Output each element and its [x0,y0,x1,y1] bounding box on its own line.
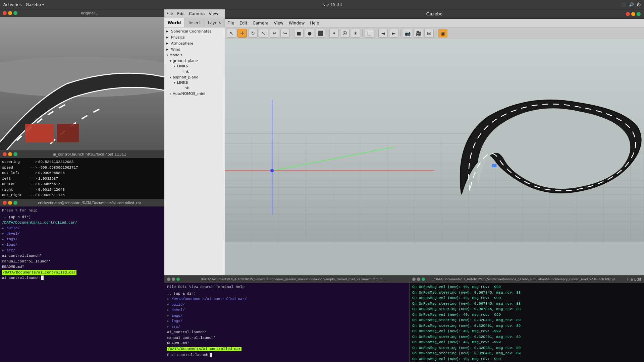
bl-cmd: ai_control.launch [171,352,208,358]
gz-close-btn[interactable] [626,12,630,16]
gz-edit-menu[interactable]: Edit [239,21,247,25]
gz-camera-menu[interactable]: Camera [253,21,268,25]
tree-physics-label: Physics [171,35,185,40]
bl-dot1 [167,278,170,281]
tool-cursor[interactable]: ↖ [227,29,236,38]
bl-dir: /DATA/Documents/ai_controlled_car/ [171,297,247,301]
gz-menu-camera[interactable]: Camera [189,11,205,16]
br-menu-file[interactable]: File [627,277,633,282]
br-menu-edit[interactable]: Edit [634,277,641,282]
tree-spherical[interactable]: ▸ Spherical Coordinates [164,28,225,34]
terminal1-row: right-->0.0012412043 [2,187,162,193]
gz-help-menu[interactable]: Help [310,21,319,25]
gz-min-btn[interactable] [631,12,635,16]
camera-min-btn[interactable] [8,11,12,15]
tree-ground-plane[interactable]: ▾ ground_plane [164,58,225,64]
t1-close-btn[interactable] [3,152,7,156]
tool-rotate[interactable]: ↻ [248,29,258,38]
t1-min-btn[interactable] [8,152,12,156]
bl-file: .. (up a dir) [167,292,196,296]
tool-redo[interactable]: ↪ [280,29,290,38]
tool-screenshot[interactable]: 📷 [403,29,412,38]
t2-arrow-icon: ▸ [2,237,6,241]
tool-orange[interactable]: ▣ [438,29,447,38]
terminal1-body[interactable]: steering-->89.5243102312088speed-->-999.… [0,158,164,199]
bottom-right-body[interactable]: On OnRosMsg_vel (new): 40, msg_rcv: -999… [410,283,644,362]
t1-key: out_right [2,192,29,198]
tool-move[interactable]: ✛ [237,29,247,38]
terminal1-row: out_left-->0.0006965846 [2,170,162,176]
tree-ground-label: ground_plane [173,59,198,63]
tree-physics[interactable]: ▸ Physics [164,34,225,40]
gz-view-menu[interactable]: View [274,21,283,25]
gz-menu-view[interactable]: View [209,11,218,16]
t2-max-btn[interactable] [13,201,17,205]
tool-layers2[interactable]: ⊞ [424,29,434,38]
gazebo-menu-button[interactable]: Gazebo ▾ [26,2,44,7]
tree-ground-links[interactable]: ▾ LINKS [164,64,225,69]
tree-models[interactable]: ▾ Models [164,52,225,58]
tool-select-box[interactable]: ⬚ [365,29,374,38]
tree-asphalt-link[interactable]: link [164,85,225,91]
br-ros-line: On OnRosMsg_steering (new): 0.067845, ms… [412,301,641,307]
t2-highlighted-path: /DATA/Documents/ai_controlled_car [2,270,162,276]
camera-win-controls [3,11,17,15]
tree-leaf-icon: ▸ [166,47,170,52]
t2-dir-label: build/ [6,226,20,230]
gz-file-menu[interactable]: File [227,21,234,25]
t1-key: out_left [2,170,29,176]
br-ros-line: On OnRosMsg_steering (new): 0.067845, ms… [412,290,641,296]
t1-max-btn[interactable] [13,152,17,156]
tab-world[interactable]: World [164,18,184,27]
camera-close-btn[interactable] [3,11,7,15]
tool-sphere[interactable]: ● [305,29,314,38]
tree-leaf-icon: ▸ [166,29,170,34]
gz-menu-file[interactable]: File [166,11,173,16]
t1-arrow: --> [30,192,37,198]
tree-autonomos[interactable]: ▸ AutoNOMOS_mini [164,91,225,97]
tool-cube[interactable]: ■ [294,29,304,38]
br-controls [412,278,425,281]
tool-cylinder[interactable]: ⬛ [316,29,325,38]
bl-arrow: ▸ [167,325,171,329]
terminal1-title: ai_control.launch http://localhost:11311 [53,152,126,157]
tree-atmosphere[interactable]: ▸ Atmosphere [164,40,225,46]
tree-ground-link[interactable]: link [164,69,225,74]
t2-close-btn[interactable] [3,201,7,205]
terminal2-body[interactable]: Press ? for help.. (up a dir)/DATA/Docum… [0,206,164,362]
camera-view: original... [0,9,164,150]
tool-nav-back[interactable]: ◄ [378,29,388,38]
tree-asphalt-links[interactable]: ▾ LINKS [164,80,225,85]
gz-window-menu[interactable]: Window [289,21,305,25]
terminal1-row: steering-->89.5243102312088 [2,159,162,165]
t2-min-btn[interactable] [8,201,12,205]
terminal2-item: ▸ imgs/ [2,237,162,242]
bottom-left-terminal: /DATA/Documents/EK_AutoNOMOS_Sim/src/aut… [164,275,409,362]
activities-button[interactable]: Activities [3,2,22,7]
tool-scale[interactable]: ⤡ [259,29,268,38]
tool-dir-light[interactable]: ☀ [351,29,360,38]
tool-undo[interactable]: ↩ [270,29,279,38]
t1-arrow: --> [30,187,37,193]
bl-dir: build/ [171,303,185,307]
bl-highlight: /DATA/Documents/ai_controlled_car [167,346,407,352]
tree-asphalt-label: asphalt_plane [173,75,199,79]
br-dot1 [412,278,416,281]
tree-wind[interactable]: ▸ Wind [164,46,225,52]
tree-spherical-label: Spherical Coordinates [171,29,212,34]
tool-sun[interactable]: ✦ [329,29,339,38]
tree-asphalt-plane[interactable]: ▾ asphalt_plane [164,74,225,80]
tab-layers[interactable]: Layers [205,18,225,27]
tool-nav-fwd[interactable]: ► [389,29,398,38]
gz-max-btn[interactable] [637,12,641,16]
gz-menu-edit[interactable]: Edit [177,11,185,16]
bl-controls [167,278,180,281]
camera-max-btn[interactable] [13,11,17,15]
tab-insert[interactable]: Insert [184,18,205,27]
bl-prompt-label: $ [167,352,169,358]
tool-record[interactable]: 🎥 [414,29,423,38]
tool-spot[interactable]: ⦿ [340,29,350,38]
bottom-left-body[interactable]: File Edit View Search Terminal Help.. (u… [164,283,409,362]
terminal1-row: center-->0.00665617 [2,181,162,187]
bl-arrow: ▸ [167,303,171,307]
